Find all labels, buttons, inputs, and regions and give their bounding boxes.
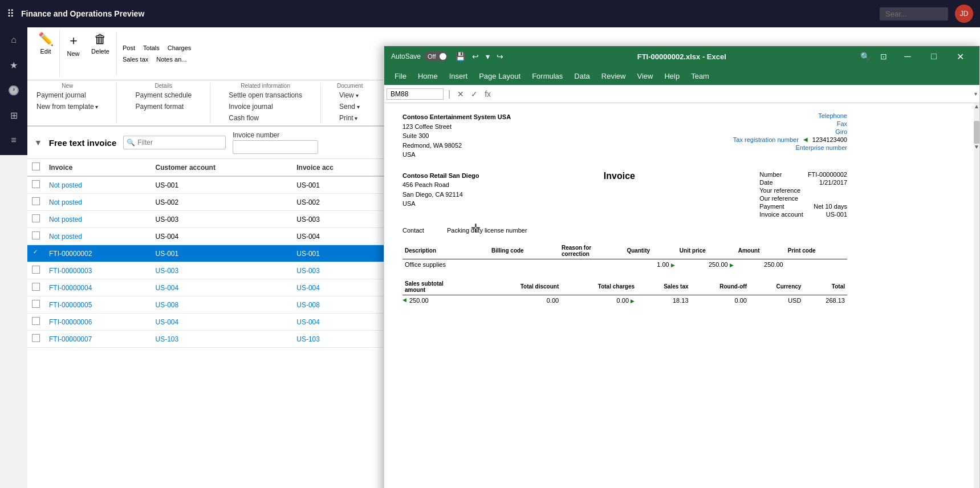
table-row[interactable]: FTI-00000003	[44, 262, 151, 279]
global-search-input[interactable]	[880, 7, 948, 21]
invoice-link[interactable]: FTI-00000005	[49, 301, 92, 309]
close-button[interactable]: ✕	[948, 47, 973, 66]
row-checkbox[interactable]	[32, 317, 40, 325]
customer-link[interactable]: US-004	[156, 284, 179, 292]
select-all-header[interactable]	[27, 159, 44, 176]
charges-button[interactable]: Charges	[164, 43, 195, 52]
cash-flow-link[interactable]: Cash flow	[226, 113, 304, 123]
insert-function-button[interactable]: fx	[482, 90, 493, 99]
row-checkbox[interactable]	[32, 180, 40, 188]
scroll-thumb[interactable]	[974, 121, 979, 144]
menu-page-layout[interactable]: Page Layout	[473, 70, 526, 83]
invoice-acc-link[interactable]: US-001	[296, 250, 320, 258]
customer-link[interactable]: US-001	[156, 250, 179, 258]
list-icon[interactable]: ≡	[3, 130, 24, 151]
new-from-template-link[interactable]: New from template	[34, 101, 100, 112]
payment-schedule-link[interactable]: Payment schedule	[133, 90, 194, 100]
subnav-new-group: New Payment journal New from template	[34, 83, 100, 123]
invoice-link[interactable]: FTI-00000007	[49, 335, 92, 343]
row-checkbox[interactable]	[32, 334, 40, 342]
invoice-acc-link[interactable]: US-004	[296, 318, 320, 326]
row-checkbox[interactable]	[32, 266, 40, 274]
tax-reg-link[interactable]: Tax registration number	[733, 136, 799, 143]
vertical-scrollbar[interactable]: ▲ ▼	[974, 103, 979, 488]
row-checkbox[interactable]	[32, 300, 40, 308]
formula-expand-icon[interactable]: ▾	[974, 91, 977, 97]
fax-link[interactable]: Fax	[733, 120, 847, 127]
row-checkbox[interactable]	[32, 197, 40, 205]
undo-icon[interactable]: ↩	[470, 51, 481, 62]
cancel-formula-button[interactable]: ✕	[455, 90, 466, 99]
formula-input[interactable]	[495, 89, 972, 99]
customer-link[interactable]: US-103	[156, 335, 179, 343]
edit-button[interactable]: ✏️ Edit	[32, 30, 59, 78]
clock-icon[interactable]: 🕐	[3, 80, 24, 100]
payment-journal-link[interactable]: Payment journal	[34, 90, 100, 100]
menu-help[interactable]: Help	[658, 70, 685, 83]
send-dropdown[interactable]: Send	[337, 101, 363, 112]
undo-arrow-icon[interactable]: ▾	[483, 51, 492, 62]
invoice-journal-link[interactable]: Invoice journal	[226, 101, 304, 112]
invoice-acc-link[interactable]: US-008	[296, 301, 320, 309]
row-checkbox[interactable]	[32, 283, 40, 291]
waffle-icon[interactable]: ⠿	[7, 7, 14, 20]
menu-team[interactable]: Team	[685, 70, 715, 83]
invoice-link[interactable]: FTI-00000006	[49, 318, 92, 326]
notes-button[interactable]: Notes an...	[153, 55, 190, 64]
invoice-number-input[interactable]	[233, 140, 318, 154]
maximize-button[interactable]: □	[921, 47, 946, 66]
menu-file[interactable]: File	[389, 70, 412, 83]
customer-link[interactable]: US-003	[156, 267, 179, 275]
menu-insert[interactable]: Insert	[444, 70, 474, 83]
autosave-toggle[interactable]: Off	[424, 51, 447, 62]
filter-input[interactable]	[123, 136, 226, 149]
post-button[interactable]: Post	[119, 43, 139, 52]
menu-review[interactable]: Review	[596, 70, 632, 83]
table-row[interactable]: FTI-00000007	[44, 331, 151, 348]
sales-tax-button[interactable]: Sales tax	[119, 55, 152, 64]
new-button[interactable]: ＋ New	[59, 30, 87, 78]
totals-button[interactable]: Totals	[140, 43, 163, 52]
table-row[interactable]: FTI-00000004	[44, 279, 151, 296]
save-icon[interactable]: 💾	[453, 51, 467, 62]
grid-icon[interactable]: ⊞	[3, 105, 24, 125]
scroll-down-arrow[interactable]: ▼	[974, 144, 979, 150]
menu-formulas[interactable]: Formulas	[526, 70, 568, 83]
minimize-button[interactable]: ─	[895, 47, 920, 66]
redo-icon[interactable]: ↪	[494, 51, 506, 62]
invoice-link[interactable]: FTI-00000003	[49, 267, 92, 275]
customer-link[interactable]: US-004	[156, 318, 179, 326]
table-row[interactable]: FTI-00000005	[44, 296, 151, 314]
invoice-link[interactable]: FTI-00000002	[49, 250, 92, 258]
payment-format-link[interactable]: Payment format	[133, 101, 194, 112]
invoice-acc-link[interactable]: US-103	[296, 335, 320, 343]
home-icon[interactable]: ⌂	[3, 30, 24, 50]
excel-search-icon[interactable]: 🔍	[858, 51, 872, 62]
scroll-up-arrow[interactable]: ▲	[974, 103, 979, 109]
table-row[interactable]: FTI-00000006	[44, 314, 151, 331]
avatar[interactable]: JD	[955, 5, 973, 23]
table-row[interactable]: FTI-00000002	[44, 245, 151, 262]
select-all-checkbox[interactable]	[32, 162, 40, 170]
giro-link[interactable]: Giro	[733, 128, 847, 135]
name-box[interactable]	[387, 88, 444, 100]
confirm-formula-button[interactable]: ✓	[469, 90, 480, 99]
restore-window-icon[interactable]: ⊡	[878, 51, 889, 62]
invoice-acc-link[interactable]: US-004	[296, 284, 320, 292]
print-dropdown[interactable]: Print	[337, 113, 363, 123]
row-checkbox[interactable]	[32, 249, 40, 257]
menu-home[interactable]: Home	[412, 70, 444, 83]
invoice-link[interactable]: FTI-00000004	[49, 284, 92, 292]
row-checkbox[interactable]	[32, 214, 40, 222]
customer-link[interactable]: US-008	[156, 301, 179, 309]
enterprise-link[interactable]: Enterprise number	[733, 144, 847, 151]
delete-button[interactable]: 🗑 Delete	[87, 30, 114, 78]
invoice-acc-link[interactable]: US-003	[296, 267, 320, 275]
star-icon[interactable]: ★	[3, 55, 24, 75]
view-dropdown[interactable]: View	[337, 90, 363, 100]
menu-view[interactable]: View	[631, 70, 658, 83]
telephone-link[interactable]: Telephone	[733, 112, 847, 119]
menu-data[interactable]: Data	[568, 70, 595, 83]
settle-open-link[interactable]: Settle open transactions	[226, 90, 304, 100]
row-checkbox[interactable]	[32, 231, 40, 239]
